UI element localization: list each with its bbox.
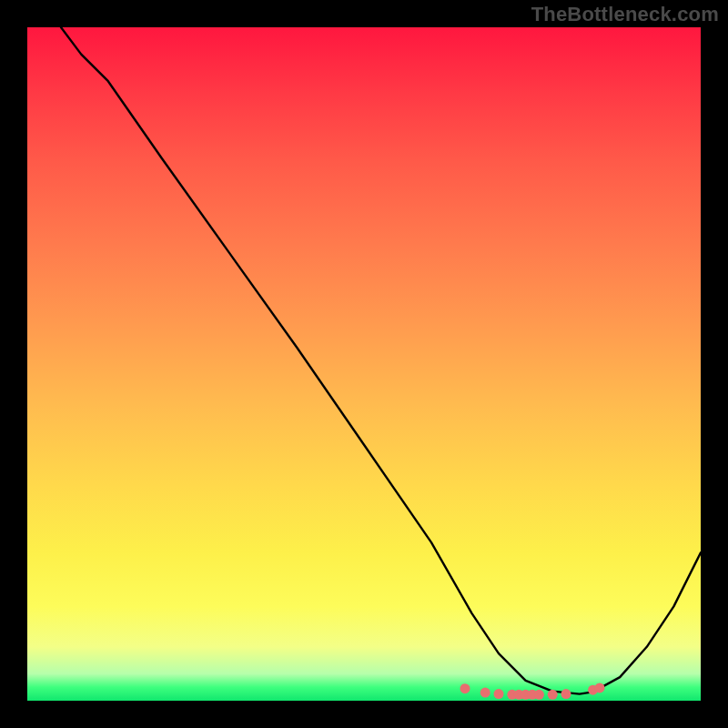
watermark-text: TheBottleneck.com — [531, 3, 719, 26]
chart-frame: TheBottleneck.com — [0, 0, 728, 728]
chart-background-gradient — [27, 27, 701, 701]
